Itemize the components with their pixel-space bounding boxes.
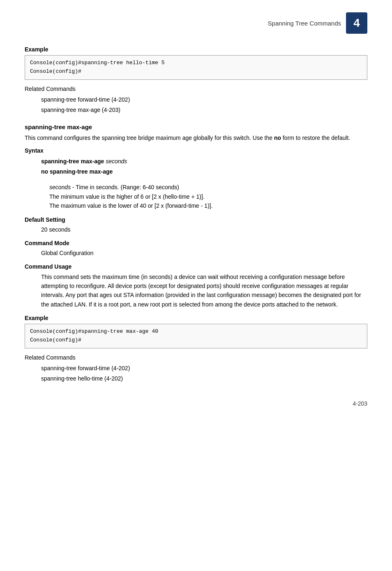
syntax-line-2: no spanning-tree max-age: [41, 167, 367, 177]
usage-section: Command Usage This command sets the maxi…: [25, 263, 367, 309]
usage-text: This command sets the maximum time (in s…: [25, 272, 367, 309]
list-item: spanning-tree forward-time (4-202): [41, 363, 367, 374]
description-text-2: form to restore the default.: [281, 135, 350, 141]
default-label: Default Setting: [25, 216, 367, 223]
mode-section: Command Mode Global Configuration: [25, 240, 367, 258]
command-name: spanning-tree max-age: [25, 123, 367, 130]
default-value: 20 seconds: [25, 225, 367, 234]
syntax-block: spanning-tree max-age seconds no spannin…: [25, 156, 367, 177]
header-title: Spanning Tree Commands: [268, 20, 341, 27]
example1-section: Example Console(config)#spanning-tree he…: [25, 46, 367, 80]
syntax-bold-2: no spanning-tree max-age: [41, 168, 113, 175]
param-label: seconds: [49, 184, 71, 190]
page-header: Spanning Tree Commands 4: [25, 12, 367, 34]
param-desc: - Time in seconds. (Range: 6-40 seconds): [71, 184, 179, 190]
command-description: This command configures the spanning tre…: [25, 134, 367, 142]
related-commands-1-list: spanning-tree forward-time (4-202) spann…: [25, 95, 367, 115]
example1-label: Example: [25, 46, 367, 53]
list-item: spanning-tree max-age (4-203): [41, 105, 367, 115]
syntax-section: Syntax spanning-tree max-age seconds no …: [25, 147, 367, 211]
related-commands-2: Related Commands spanning-tree forward-t…: [25, 354, 367, 384]
example1-code: Console(config)#spanning-tree hello-time…: [25, 55, 367, 80]
syntax-italic-1: seconds: [104, 158, 127, 165]
default-section: Default Setting 20 seconds: [25, 216, 367, 234]
list-item: spanning-tree forward-time (4-202): [41, 95, 367, 105]
page-number: 4-203: [25, 400, 367, 407]
chapter-badge: 4: [346, 12, 367, 34]
related-commands-2-list: spanning-tree forward-time (4-202) spann…: [25, 363, 367, 384]
mode-value: Global Configuration: [25, 249, 367, 258]
syntax-label: Syntax: [25, 147, 367, 154]
example2-code: Console(config)#spanning-tree max-age 40…: [25, 324, 367, 348]
description-text-1: This command configures the spanning tre…: [25, 135, 274, 141]
example2-section: Example Console(config)#spanning-tree ma…: [25, 315, 367, 348]
related-commands-2-title: Related Commands: [25, 354, 367, 361]
related-commands-1-title: Related Commands: [25, 86, 367, 92]
description-bold: no: [274, 135, 281, 141]
param-line-3: The maximum value is the lower of 40 or …: [49, 201, 367, 210]
mode-label: Command Mode: [25, 240, 367, 246]
related-commands-1: Related Commands spanning-tree forward-t…: [25, 86, 367, 115]
param-line-2: The minimum value is the higher of 6 or …: [49, 192, 367, 201]
syntax-line-1: spanning-tree max-age seconds: [41, 156, 367, 167]
syntax-bold-1: spanning-tree max-age: [41, 158, 104, 165]
example2-label: Example: [25, 315, 367, 321]
param-line-1: seconds - Time in seconds. (Range: 6-40 …: [49, 183, 367, 192]
list-item: spanning-tree hello-time (4-202): [41, 374, 367, 384]
param-block: seconds - Time in seconds. (Range: 6-40 …: [25, 183, 367, 210]
usage-label: Command Usage: [25, 263, 367, 270]
